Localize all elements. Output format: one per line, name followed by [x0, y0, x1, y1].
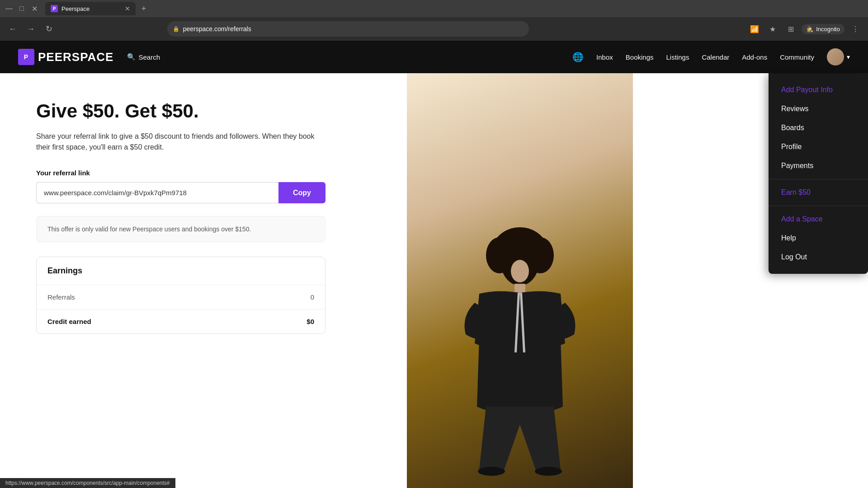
svg-rect-4	[514, 284, 525, 294]
dropdown-boards[interactable]: Boards	[769, 118, 868, 137]
referral-link-input[interactable]	[36, 182, 278, 203]
offer-note: This offer is only valid for new Peerspa…	[36, 216, 326, 242]
browser-chrome: — □ ✕ P Peerspace ✕ + ← → ↻ 🔒 peerspace.…	[0, 0, 868, 41]
logo-icon: P	[18, 49, 34, 65]
earnings-title: Earnings	[37, 257, 325, 285]
main-content: Give $50. Get $50. Share your referral l…	[0, 73, 868, 488]
address-bar[interactable]: 🔒 peerspace.com/referrals	[167, 21, 529, 37]
credit-earned-label: Credit earned	[47, 318, 91, 325]
tab-close-button[interactable]: ✕	[125, 5, 130, 12]
nav-bookings[interactable]: Bookings	[626, 53, 654, 61]
toolbar-right: 📶 ★ ⊞ 🕵 Incognito ⋮	[747, 22, 863, 36]
status-url: https://www.peerspace.com/components/src…	[5, 480, 170, 486]
earnings-card: Earnings Referrals 0 Credit earned $0	[36, 257, 326, 334]
lock-icon: 🔒	[173, 26, 179, 32]
nav-community[interactable]: Community	[780, 53, 814, 61]
nav-listings[interactable]: Listings	[666, 53, 689, 61]
page: P PEERSPACE 🔍 Search 🌐 Inbox Bookings Li…	[0, 41, 868, 488]
refresh-button[interactable]: ↻	[42, 22, 56, 36]
dropdown-help[interactable]: Help	[769, 229, 868, 248]
search-nav-item[interactable]: 🔍 Search	[127, 53, 160, 61]
page-title: Give $50. Get $50.	[36, 100, 371, 122]
hero-image	[407, 73, 633, 488]
nav-inbox[interactable]: Inbox	[596, 53, 613, 61]
avatar-image	[827, 48, 844, 66]
copy-button[interactable]: Copy	[278, 182, 326, 203]
hero-figure-svg	[434, 226, 606, 488]
referrals-label: Referrals	[47, 293, 75, 301]
search-icon: 🔍	[127, 53, 136, 61]
incognito-label: Incognito	[816, 26, 840, 33]
svg-point-6	[535, 467, 562, 476]
active-tab[interactable]: P Peerspace ✕	[45, 2, 136, 15]
close-icon[interactable]: ✕	[29, 3, 40, 14]
svg-point-3	[527, 237, 554, 273]
dropdown-divider-2	[769, 206, 868, 206]
forward-button[interactable]: →	[24, 22, 38, 36]
site-header: P PEERSPACE 🔍 Search 🌐 Inbox Bookings Li…	[0, 41, 868, 73]
menu-button[interactable]: ⋮	[848, 22, 863, 36]
page-subtitle: Share your referral link to give a $50 d…	[36, 131, 316, 153]
hero-background	[407, 73, 633, 488]
cast-icon[interactable]: 📶	[747, 22, 762, 36]
dropdown-logout[interactable]: Log Out	[769, 248, 868, 267]
main-nav: 🌐 Inbox Bookings Listings Calendar Add-o…	[572, 48, 850, 66]
incognito-badge: 🕵 Incognito	[802, 24, 844, 34]
status-bar: https://www.peerspace.com/components/src…	[0, 478, 175, 488]
svg-point-5	[478, 467, 505, 476]
earnings-credit-row: Credit earned $0	[37, 310, 325, 333]
dropdown-payments[interactable]: Payments	[769, 156, 868, 175]
tab-title: Peerspace	[61, 5, 90, 12]
address-text: peerspace.com/referrals	[183, 25, 251, 33]
browser-tab-bar: — □ ✕ P Peerspace ✕ +	[0, 0, 868, 17]
content-area: Give $50. Get $50. Share your referral l…	[0, 73, 407, 488]
svg-point-7	[511, 260, 529, 282]
search-label: Search	[138, 53, 160, 61]
new-tab-button[interactable]: +	[137, 2, 150, 15]
dropdown-reviews[interactable]: Reviews	[769, 99, 868, 118]
dropdown-divider-1	[769, 179, 868, 179]
user-menu-trigger[interactable]: ▾	[827, 48, 850, 66]
chevron-down-icon[interactable]: ▾	[847, 53, 850, 61]
back-button[interactable]: ←	[5, 22, 20, 36]
dropdown-add-space[interactable]: Add a Space	[769, 210, 868, 229]
browser-toolbar: ← → ↻ 🔒 peerspace.com/referrals 📶 ★ ⊞ 🕵 …	[0, 17, 868, 41]
dropdown-profile[interactable]: Profile	[769, 137, 868, 156]
credit-earned-value: $0	[307, 318, 314, 325]
svg-point-2	[486, 237, 513, 273]
globe-icon[interactable]: 🌐	[572, 52, 584, 62]
tab-controls: — □ ✕	[4, 3, 40, 14]
tab-favicon-icon: P	[51, 5, 58, 12]
minimize-icon[interactable]: —	[4, 3, 14, 14]
user-avatar[interactable]	[827, 48, 844, 66]
referral-link-label: Your referral link	[36, 169, 371, 177]
extensions-icon[interactable]: ⊞	[783, 22, 798, 36]
dropdown-earn-50[interactable]: Earn $50	[769, 183, 868, 202]
incognito-icon: 🕵	[806, 26, 813, 33]
dropdown-add-payout-info[interactable]: Add Payout Info	[769, 80, 868, 99]
logo-text: PEERSPACE	[38, 50, 113, 64]
referral-link-row: Copy	[36, 182, 326, 203]
site-logo[interactable]: P PEERSPACE	[18, 49, 113, 65]
referrals-value: 0	[311, 293, 314, 301]
maximize-icon[interactable]: □	[16, 3, 27, 14]
earnings-referrals-row: Referrals 0	[37, 285, 325, 310]
nav-addons[interactable]: Add-ons	[742, 53, 767, 61]
bookmark-icon[interactable]: ★	[765, 22, 780, 36]
nav-calendar[interactable]: Calendar	[702, 53, 729, 61]
user-dropdown-menu: Add Payout Info Reviews Boards Profile P…	[769, 73, 868, 274]
